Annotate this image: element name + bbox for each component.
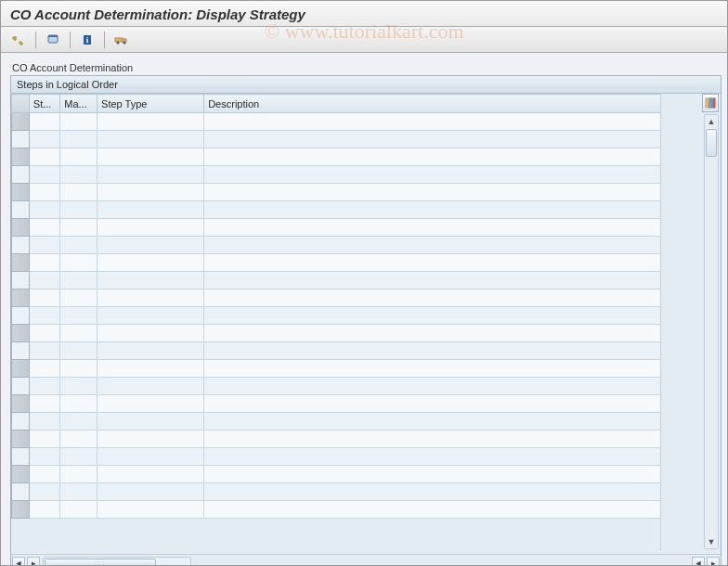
row-selector[interactable] [12,342,30,360]
cell-ma[interactable] [60,466,98,483]
cell-step_type[interactable] [98,201,204,219]
cell-step_type[interactable] [98,131,204,148]
cell-description[interactable] [204,254,661,272]
row-selector[interactable] [12,237,30,254]
cell-ma[interactable] [60,431,98,448]
cell-ma[interactable] [60,378,98,395]
cell-st[interactable] [29,378,59,395]
cell-description[interactable] [204,131,661,148]
hscroll-thumb[interactable]: ::: [45,559,156,567]
cell-st[interactable] [29,201,59,219]
cell-ma[interactable] [60,201,98,219]
cell-description[interactable] [204,413,661,431]
row-selector[interactable] [12,254,30,272]
cell-st[interactable] [29,483,59,501]
table-settings-icon[interactable] [702,94,719,112]
row-selector-header[interactable] [12,95,30,113]
cell-step_type[interactable] [98,483,204,501]
cell-step_type[interactable] [98,431,204,448]
cell-ma[interactable] [60,360,98,378]
cell-st[interactable] [29,254,59,272]
cell-st[interactable] [29,289,59,307]
cell-step_type[interactable] [98,378,204,395]
cell-description[interactable] [204,184,661,201]
row-selector[interactable] [12,483,30,501]
cell-st[interactable] [29,466,59,483]
cell-step_type[interactable] [98,254,204,272]
cell-ma[interactable] [60,131,98,148]
column-header-description[interactable]: Description [204,95,661,113]
cell-ma[interactable] [60,254,98,272]
row-selector[interactable] [12,219,30,237]
cell-description[interactable] [204,237,661,254]
cell-description[interactable] [204,466,661,483]
cell-step_type[interactable] [98,395,204,413]
cell-description[interactable] [204,378,661,395]
row-selector[interactable] [12,325,30,342]
cell-st[interactable] [29,431,59,448]
cell-st[interactable] [29,501,59,519]
cell-step_type[interactable] [98,413,204,431]
row-selector[interactable] [12,307,30,325]
cell-step_type[interactable] [98,307,204,325]
cell-st[interactable] [29,237,59,254]
cell-st[interactable] [29,272,59,289]
cell-description[interactable] [204,325,661,342]
cell-description[interactable] [204,395,661,413]
row-selector[interactable] [12,272,30,289]
column-header-step_type[interactable]: Step Type [98,95,204,113]
hscroll-left-icon[interactable]: ▸ [27,557,40,567]
row-selector[interactable] [12,201,30,219]
row-selector[interactable] [12,378,30,395]
column-header-st[interactable]: St... [29,95,59,113]
row-selector[interactable] [12,501,30,519]
row-selector[interactable] [12,166,30,184]
hscroll-right-icon[interactable]: ◄ [692,557,705,567]
cell-st[interactable] [29,360,59,378]
cell-st[interactable] [29,113,59,131]
cell-step_type[interactable] [98,272,204,289]
cell-st[interactable] [29,395,59,413]
cell-description[interactable] [204,289,661,307]
cell-description[interactable] [204,501,661,519]
cell-description[interactable] [204,431,661,448]
cell-ma[interactable] [60,148,98,166]
scroll-down-icon[interactable]: ▼ [705,535,718,548]
cell-st[interactable] [29,448,59,466]
cell-ma[interactable] [60,395,98,413]
row-selector[interactable] [12,395,30,413]
cell-ma[interactable] [60,413,98,431]
cell-step_type[interactable] [98,448,204,466]
cell-step_type[interactable] [98,360,204,378]
cell-description[interactable] [204,360,661,378]
cell-step_type[interactable] [98,501,204,519]
row-selector[interactable] [12,431,30,448]
cell-description[interactable] [204,113,661,131]
tools-icon[interactable] [8,31,29,49]
cell-ma[interactable] [60,342,98,360]
cell-step_type[interactable] [98,325,204,342]
cell-step_type[interactable] [98,466,204,483]
cell-description[interactable] [204,483,661,501]
vscroll-thumb[interactable] [706,129,717,157]
row-selector[interactable] [12,148,30,166]
cell-step_type[interactable] [98,166,204,184]
cell-ma[interactable] [60,325,98,342]
cell-description[interactable] [204,219,661,237]
cell-ma[interactable] [60,184,98,201]
cell-st[interactable] [29,166,59,184]
row-selector[interactable] [12,113,30,131]
cell-description[interactable] [204,307,661,325]
info-icon[interactable]: i [77,31,98,49]
hscroll-track-left[interactable]: ::: [43,557,191,567]
cell-st[interactable] [29,413,59,431]
cell-ma[interactable] [60,307,98,325]
cell-step_type[interactable] [98,289,204,307]
cell-step_type[interactable] [98,148,204,166]
cell-ma[interactable] [60,237,98,254]
cell-ma[interactable] [60,272,98,289]
cell-step_type[interactable] [98,113,204,131]
cell-description[interactable] [204,166,661,184]
row-selector[interactable] [12,413,30,431]
hscroll-left-first-icon[interactable]: ◄ [12,557,25,567]
